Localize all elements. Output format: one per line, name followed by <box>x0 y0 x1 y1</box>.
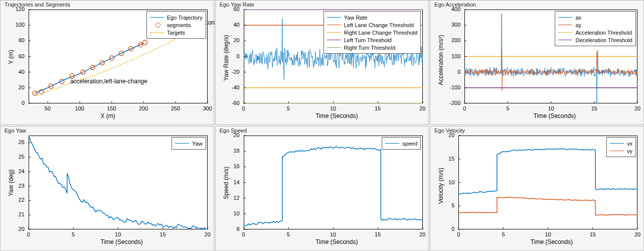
legend-item[interactable]: vy <box>610 147 632 155</box>
y-tick-label: 100 <box>1 22 25 28</box>
legend-label: Right Turn Threshold <box>344 45 396 51</box>
x-tick-label: 250 <box>171 105 180 111</box>
x-axis-label: Time (Seconds) <box>315 238 358 245</box>
panel-title: Ego Yaw <box>4 128 27 134</box>
y-axis-label: Y (m) <box>8 49 15 64</box>
x-axis-label: Time (Seconds) <box>531 238 573 245</box>
x-tick-label: 300 <box>203 105 212 111</box>
legend-swatch-icon <box>327 17 341 18</box>
legend-item[interactable]: Left Turn Threshold <box>327 36 418 44</box>
legend-label: Targets <box>167 30 185 36</box>
legend[interactable]: Yaw RateLeft Lane Change ThresholdRight … <box>324 11 421 54</box>
x-tick-label: 20 <box>419 231 425 237</box>
panel-ego-yaw: Ego Yaw0510152020212223242526Time (Secon… <box>0 126 214 251</box>
x-tick-label: 15 <box>159 231 166 237</box>
legend-item[interactable]: Deceleration Threshold <box>558 36 632 44</box>
legend-label: Acceleration Threshold <box>575 30 631 36</box>
x-tick-label: 5 <box>506 105 509 111</box>
y-tick-label: -100 <box>430 84 460 90</box>
y-tick-label: 40 <box>216 22 240 28</box>
y-tick-label: 26 <box>1 139 25 145</box>
legend[interactable]: axayAcceleration ThresholdDeceleration T… <box>555 11 636 46</box>
legend-label: vy <box>627 148 632 154</box>
legend-item[interactable]: segments <box>150 21 203 29</box>
legend-item[interactable]: Yaw Rate <box>327 14 418 21</box>
legend-item[interactable]: Acceleration Threshold <box>558 29 632 36</box>
y-tick-label: -200 <box>430 100 460 106</box>
x-tick-label: 0 <box>463 105 466 111</box>
panel-ego-velocity: Ego Velocity0510152005101520Time (Second… <box>430 126 644 251</box>
x-axis-label: Time (Seconds) <box>534 112 576 119</box>
legend-item[interactable]: ax <box>558 14 632 21</box>
legend-swatch-icon <box>558 17 572 18</box>
legend-item[interactable]: Targets <box>150 29 203 36</box>
x-tick-label: 5 <box>502 231 505 237</box>
y-tick-label: 8 <box>216 226 240 232</box>
legend[interactable]: Ego TrajectorysegmentsTargets <box>146 11 206 39</box>
x-tick-label: 100 <box>75 105 84 111</box>
legend-swatch-icon <box>558 25 572 25</box>
y-axis-label: Speed (m/s) <box>223 166 230 199</box>
x-tick-label: 20 <box>634 105 640 111</box>
axes[interactable] <box>29 136 208 229</box>
x-tick-label: 10 <box>330 105 336 111</box>
legend-item[interactable]: vx <box>610 140 632 147</box>
x-tick-label: 10 <box>548 105 554 111</box>
x-tick-label: 0 <box>27 231 30 237</box>
y-tick-label: 300 <box>430 22 460 28</box>
legend-swatch-icon <box>150 22 164 29</box>
y-tick-label: -60 <box>216 100 240 106</box>
legend-label: Right Lane Change Threshold <box>344 30 418 36</box>
x-tick-label: 15 <box>375 231 381 237</box>
y-tick-label: 20 <box>430 132 454 138</box>
legend[interactable]: vxvy <box>606 137 636 157</box>
legend-item[interactable]: Yaw <box>175 140 203 147</box>
x-tick-label: 10 <box>545 231 551 237</box>
panel-ego-speed: Ego Speed051015208101214161820Time (Seco… <box>215 126 429 251</box>
annotation-text: tion <box>205 19 215 26</box>
y-tick-label: 400 <box>430 6 460 12</box>
y-axis-label: Yaw (deg) <box>8 169 15 196</box>
x-tick-label: 0 <box>457 231 460 237</box>
x-tick-label: 15 <box>591 105 597 111</box>
legend-item[interactable]: Right Turn Threshold <box>327 44 418 51</box>
x-tick-label: 20 <box>419 105 425 111</box>
legend[interactable]: speed <box>382 137 421 150</box>
x-axis-label: Time (Seconds) <box>315 112 358 119</box>
legend-label: Left Lane Change Threshold <box>344 22 414 28</box>
panel-ego-yaw-rate: Ego Yaw Rate05101520-60-40-200204060Time… <box>215 0 429 125</box>
y-axis-label: Acceleration (m/s²) <box>437 35 444 85</box>
legend-label: segments <box>167 22 191 28</box>
y-tick-label: 80 <box>1 37 25 43</box>
y-tick-label: 0 <box>430 226 454 232</box>
legend-label: Deceleration Threshold <box>575 37 632 43</box>
y-tick-label: 20 <box>216 132 240 138</box>
legend-swatch-icon <box>610 151 624 151</box>
legend-item[interactable]: ay <box>558 21 632 29</box>
legend-label: Yaw Rate <box>344 15 368 21</box>
panel-trajectories: Trajectories and Segments501001502002503… <box>0 0 214 125</box>
x-tick-label: 50 <box>45 105 51 111</box>
x-tick-label: 0 <box>242 231 245 237</box>
legend[interactable]: Yaw <box>172 137 206 150</box>
y-tick-label: 60 <box>216 6 240 12</box>
x-tick-label: 10 <box>330 231 336 237</box>
legend-item[interactable]: speed <box>385 140 417 147</box>
y-tick-label: 40 <box>1 69 25 75</box>
y-tick-label: 22 <box>1 197 25 203</box>
y-tick-label: 18 <box>216 148 240 154</box>
legend-item[interactable]: Left Lane Change Threshold <box>327 21 418 29</box>
legend-swatch-icon <box>175 143 189 144</box>
x-tick-label: 10 <box>115 231 121 237</box>
legend-label: Left Turn Threshold <box>344 37 392 43</box>
y-tick-label: 20 <box>1 226 25 232</box>
legend-swatch-icon <box>327 47 341 48</box>
x-axis-label: X (m) <box>101 112 115 119</box>
y-axis-label: Yaw Rate (deg/s) <box>223 35 230 81</box>
legend-item[interactable]: Ego Trajectory <box>150 14 203 21</box>
legend-item[interactable]: Right Lane Change Threshold <box>327 29 418 36</box>
legend-swatch-icon <box>558 40 572 40</box>
axes[interactable] <box>244 136 423 229</box>
y-tick-label: -40 <box>216 84 240 90</box>
y-tick-label: 10 <box>216 210 240 216</box>
